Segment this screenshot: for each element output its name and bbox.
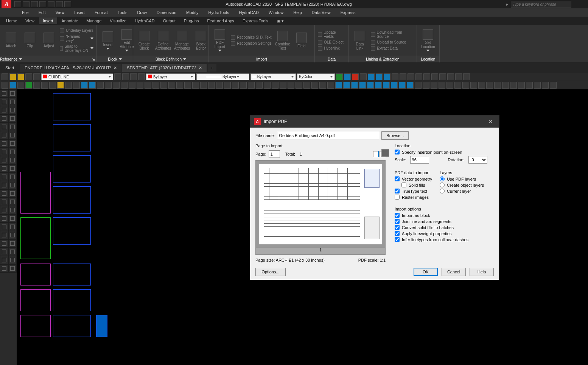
panel-title-blockdef[interactable]: Block Definition	[133, 56, 208, 62]
tool-icon[interactable]	[470, 82, 477, 89]
tool-icon[interactable]	[344, 73, 351, 80]
tool-icon[interactable]	[336, 73, 343, 80]
menu-express[interactable]: Express	[336, 9, 360, 16]
draw-tool-icon[interactable]	[8, 114, 17, 123]
insert-block-button[interactable]: Insert	[100, 31, 116, 50]
tool-icon[interactable]	[455, 73, 462, 80]
edit-attribute-button[interactable]: Edit Attribute	[119, 29, 135, 51]
tool-icon[interactable]	[240, 82, 247, 89]
tool-icon[interactable]	[423, 73, 430, 80]
specify-insertion-checkbox[interactable]: Specify insertion point on-screen	[395, 150, 494, 154]
tab-start[interactable]: Start	[0, 64, 19, 72]
draw-tool-icon[interactable]	[0, 248, 8, 256]
draw-tool-icon[interactable]	[0, 148, 8, 156]
tool-icon[interactable]	[415, 82, 422, 89]
tool-icon[interactable]	[264, 82, 271, 89]
tool-icon[interactable]	[408, 73, 414, 80]
tab-encore[interactable]: ENCORE LUXARY APA...S-20-1051-LAYOUT*✕	[20, 64, 121, 72]
page-input[interactable]	[269, 150, 280, 158]
plotstyle-combo[interactable]: ByColor	[297, 73, 335, 80]
menu-hydratools[interactable]: HydraTools	[204, 9, 233, 16]
tool-icon[interactable]	[383, 82, 390, 89]
join-line-arc-checkbox[interactable]: Join line and arc segments	[395, 219, 494, 224]
qat-plot-icon[interactable]	[56, 1, 63, 7]
draw-tool-icon[interactable]	[8, 264, 17, 273]
tool-icon[interactable]	[137, 82, 143, 89]
tool-icon[interactable]	[113, 82, 120, 89]
tool-icon[interactable]	[232, 82, 239, 89]
infer-linetypes-checkbox[interactable]: Infer linetypes from collinear dashes	[395, 237, 494, 242]
menu-window[interactable]: Window	[264, 9, 288, 16]
tool-icon[interactable]	[550, 82, 557, 89]
truetype-checkbox[interactable]: TrueType text	[395, 189, 432, 193]
new-tab-button[interactable]: +	[208, 64, 216, 72]
tool-icon[interactable]	[49, 82, 56, 89]
tool-icon[interactable]	[33, 82, 40, 89]
tool-icon[interactable]	[400, 73, 406, 80]
draw-tool-icon[interactable]	[0, 156, 8, 164]
scale-input[interactable]	[410, 156, 429, 164]
underlay-layers-button[interactable]: Underlay Layers	[60, 28, 93, 33]
ribbon-tab-featuredapps[interactable]: Featured Apps	[204, 17, 238, 24]
tool-icon[interactable]	[81, 82, 88, 89]
tool-icon[interactable]	[352, 73, 359, 80]
tool-icon[interactable]	[368, 73, 375, 80]
snap-underlays-button[interactable]: Snap to Underlays ON	[60, 44, 93, 53]
data-link-button[interactable]: Data Link	[352, 31, 368, 50]
tool-icon[interactable]	[288, 82, 294, 89]
download-source-button[interactable]: Download from Source	[371, 30, 414, 39]
draw-tool-icon[interactable]	[0, 239, 8, 248]
options-button[interactable]: Options...	[255, 268, 286, 276]
draw-tool-icon[interactable]	[8, 231, 17, 239]
draw-tool-icon[interactable]	[0, 206, 8, 214]
tool-icon[interactable]	[184, 82, 191, 89]
draw-tool-icon[interactable]	[0, 131, 8, 139]
import-as-block-checkbox[interactable]: Import as block	[395, 213, 494, 218]
grid-view-icon[interactable]	[380, 151, 386, 157]
clip-button[interactable]: Clip	[22, 33, 38, 48]
lineweight-checkbox[interactable]: Apply lineweight properties	[395, 231, 494, 236]
tool-icon[interactable]	[327, 82, 334, 89]
filename-input[interactable]	[277, 132, 379, 139]
current-layer-radio[interactable]: Current layer	[440, 189, 484, 193]
draw-tool-icon[interactable]	[8, 239, 17, 248]
vector-geometry-checkbox[interactable]: Vector geometry	[395, 176, 432, 181]
draw-tool-icon[interactable]	[0, 98, 8, 106]
tool-icon[interactable]	[431, 73, 438, 80]
attach-button[interactable]: Attach	[3, 33, 19, 48]
update-fields-button[interactable]: Update Fields	[318, 30, 345, 39]
tool-icon[interactable]	[351, 82, 358, 89]
tool-icon[interactable]	[9, 82, 16, 89]
draw-tool-icon[interactable]	[0, 223, 8, 231]
draw-tool-icon[interactable]	[8, 248, 17, 256]
tool-icon[interactable]	[375, 82, 382, 89]
tool-icon[interactable]	[359, 82, 366, 89]
rotation-select[interactable]: 0	[468, 156, 487, 164]
tool-icon[interactable]	[89, 82, 96, 89]
draw-tool-icon[interactable]	[8, 198, 17, 206]
browse-button[interactable]: Browse...	[381, 131, 409, 140]
ribbon-tab-visualize[interactable]: Visualize	[106, 17, 130, 24]
tool-icon[interactable]	[2, 82, 8, 89]
ribbon-tab-hydracad[interactable]: HydraCAD	[131, 17, 159, 24]
ribbon-tab-annotate[interactable]: Annotate	[58, 17, 82, 24]
tool-icon[interactable]	[280, 82, 286, 89]
app-logo-icon[interactable]: A	[2, 0, 11, 8]
layer-freeze-icon[interactable]	[17, 73, 24, 80]
thumbnail-toggle[interactable]	[373, 151, 386, 157]
tool-icon[interactable]	[518, 82, 525, 89]
tool-icon[interactable]	[57, 82, 64, 89]
layer-lock-icon[interactable]	[25, 73, 32, 80]
tool-icon[interactable]	[384, 73, 390, 80]
help-button[interactable]: Help	[470, 268, 494, 276]
draw-tool-icon[interactable]	[8, 106, 17, 114]
tool-icon[interactable]	[272, 82, 278, 89]
tool-icon[interactable]	[105, 82, 112, 89]
ribbon-tab-home[interactable]: Home	[2, 17, 21, 24]
ribbon-tab-view[interactable]: View	[22, 17, 38, 24]
draw-tool-icon[interactable]	[0, 181, 8, 189]
tool-icon[interactable]	[439, 82, 445, 89]
draw-tool-icon[interactable]	[0, 198, 8, 206]
tool-icon[interactable]	[296, 82, 302, 89]
close-icon[interactable]: ✕	[114, 66, 117, 70]
